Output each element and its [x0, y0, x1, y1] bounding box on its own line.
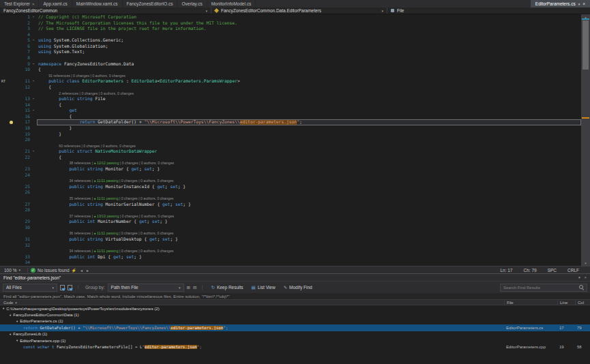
find-toolbar: All Files ▾ Group by: Path then File ▾ ⊞…: [0, 281, 590, 293]
code-editor[interactable]: 1▾// Copyright (c) Microsoft Corporation…: [0, 14, 581, 266]
code-line: 5▾using System.Collections.Generic;: [0, 37, 581, 44]
fold-arrow-icon[interactable]: ▾: [30, 108, 37, 114]
close-icon[interactable]: ×: [585, 275, 587, 279]
code-text: }: [37, 132, 581, 138]
type-name: FancyZonesEditorCommon.Data.EditorParame…: [221, 8, 321, 13]
scope-dropdown[interactable]: All Files ▾: [3, 284, 57, 292]
space-indicator[interactable]: SPC: [548, 268, 557, 273]
fold-arrow-icon[interactable]: ▾: [30, 78, 37, 85]
code-text: [37, 207, 581, 213]
code-line: 22 {: [0, 155, 581, 161]
result-text: ▾C:\Users\zhaopengwang\Desktop\powertoys…: [0, 307, 504, 311]
code-text: return GetDataFolder() + "\\Microsoft\\P…: [37, 119, 581, 125]
keep-results-button[interactable]: ↻ Keep Results: [208, 284, 246, 292]
fold-arrow-icon[interactable]: ▾: [30, 37, 37, 44]
code-line: 13▾ public string File: [0, 96, 581, 102]
tab-monitorinfomodel-cs[interactable]: MonitorInfoModel.cs: [207, 0, 256, 7]
line-number: 9: [18, 61, 30, 67]
result-text: ▾EditorParameters.cs (1): [0, 319, 504, 323]
column-file[interactable]: File: [504, 300, 557, 305]
find-result-line[interactable]: const wchar_t FancyZonesEditorParameters…: [0, 344, 590, 350]
close-icon[interactable]: ×: [32, 2, 35, 6]
project-dropdown[interactable]: FancyZonesEditorCommon ▾: [0, 7, 211, 14]
line-number: 27: [18, 202, 30, 208]
code-line: 6using System.Globalization;: [0, 44, 581, 50]
column-indicator[interactable]: Ch: 79: [523, 268, 536, 273]
result-line: [557, 331, 575, 337]
lightbulb-icon[interactable]: [10, 121, 13, 124]
tab-editorparameters-active[interactable]: EditorParameters.cs ▾ ×: [531, 0, 590, 7]
code-line: 3// See the LICENSE file in the project …: [0, 26, 581, 32]
list-view-label: List View: [258, 285, 276, 290]
open-file-icon[interactable]: [60, 285, 65, 290]
column-code[interactable]: Code ▾: [0, 301, 504, 305]
line-number: 34: [18, 260, 30, 266]
line-number: 16: [18, 114, 30, 120]
expander-icon[interactable]: ▾: [16, 320, 18, 323]
find-panel-titlebar[interactable]: Find "editor-parameters.json" ▾ ×: [0, 274, 590, 281]
fold-arrow-icon[interactable]: ▾: [30, 61, 37, 67]
column-line[interactable]: Line: [557, 300, 575, 305]
code-line: 26: [0, 189, 581, 196]
line-indicator[interactable]: Ln: 17: [500, 268, 512, 273]
type-dropdown[interactable]: FancyZonesEditorCommon.Data.EditorParame…: [211, 7, 387, 14]
line-number: 33: [18, 254, 30, 260]
close-icon[interactable]: ×: [582, 1, 585, 6]
column-col[interactable]: Col: [575, 300, 590, 305]
codelens-row: 60 references | 0 changes | 0 authors, 0…: [0, 143, 581, 149]
fold-arrow-icon[interactable]: ▾: [30, 96, 37, 102]
codelens-row: 91 references | 0 changes | 0 authors, 0…: [0, 73, 581, 79]
list-view-button[interactable]: ▤ List View: [249, 284, 278, 292]
health-label: No issues found: [38, 268, 70, 273]
tab-overlay-cs[interactable]: Overlay.cs: [177, 0, 207, 7]
line-number: 29: [18, 219, 30, 225]
code-text: public string MonitorInstanceId { get; s…: [37, 184, 581, 190]
go-to-location-icon[interactable]: [68, 285, 72, 290]
navigate-forward-icon[interactable]: ▸: [87, 268, 89, 273]
expander-icon[interactable]: ▾: [10, 333, 11, 336]
eol-indicator[interactable]: CRLF: [567, 268, 579, 273]
expander-icon[interactable]: ▾: [10, 314, 11, 317]
tab-app-xaml-cs[interactable]: App.xaml.cs: [39, 0, 72, 7]
codelens-row: 34 references | ● 11/11 passing | 0 chan…: [0, 178, 581, 184]
lightning-icon[interactable]: ⚡: [72, 268, 77, 273]
line-number: 21: [18, 149, 30, 155]
code-text: 34 references | ● 11/11 passing | 0 chan…: [37, 248, 581, 254]
find-result-group[interactable]: ▾FancyZonesEditorCommon\Data (1): [0, 312, 590, 318]
scrollbar-thumb[interactable]: [582, 20, 589, 70]
line-number: 1: [18, 14, 30, 20]
expand-all-icon[interactable]: ⊞: [187, 285, 190, 290]
tab-mainwindow-xaml-cs[interactable]: MainWindow.xaml.cs: [72, 0, 123, 7]
window-position-icon[interactable]: ▾: [578, 275, 580, 279]
search-find-results-box[interactable]: [500, 284, 587, 292]
tab-label: Overlay.cs: [181, 1, 202, 6]
result-text: ▾EditorParameters.cpp (1): [0, 339, 504, 343]
tab-test-explorer[interactable]: Test Explorer×: [0, 0, 39, 7]
modify-find-button[interactable]: ✎ Modify Find: [281, 284, 315, 292]
code-line: 29 public int MonitorNumber { get; set; …: [0, 219, 581, 225]
find-result-group[interactable]: ▾C:\Users\zhaopengwang\Desktop\powertoys…: [0, 305, 590, 312]
zoom-control[interactable]: 100 % ▾: [0, 268, 25, 273]
chevron-down-icon[interactable]: ▾: [578, 2, 580, 6]
expander-icon[interactable]: ▾: [16, 339, 18, 342]
find-result-group[interactable]: ▾EditorParameters.cs (1): [0, 318, 590, 324]
find-result-group[interactable]: ▾FancyZonesLib (1): [0, 331, 590, 337]
scroll-down-icon[interactable]: ▾: [581, 260, 590, 266]
document-health-indicator[interactable]: ✓ No issues found: [31, 268, 70, 273]
collapse-all-icon[interactable]: ⊟: [193, 285, 196, 290]
find-result-group[interactable]: ▾EditorParameters.cpp (1): [0, 337, 590, 344]
navigate-back-icon[interactable]: ◂: [80, 268, 83, 273]
member-dropdown[interactable]: File: [387, 7, 590, 14]
editor-scrollbar[interactable]: ▴ ▾: [581, 14, 590, 266]
code-text: {: [37, 67, 581, 73]
chevron-down-icon: ▾: [381, 9, 383, 13]
divider: [78, 285, 78, 290]
find-result-line[interactable]: return GetDataFolder() + "\\Microsoft\\P…: [0, 324, 590, 331]
search-input[interactable]: [503, 286, 577, 290]
fold-arrow-icon[interactable]: ▾: [30, 14, 37, 20]
code-area: 1▾// Copyright (c) Microsoft Corporation…: [0, 14, 581, 266]
fold-arrow-icon[interactable]: ▾: [30, 149, 37, 155]
expander-icon[interactable]: ▾: [3, 307, 4, 310]
tab-fancyzoneseditorio-cs[interactable]: FancyZonesEditorIO.cs: [123, 0, 178, 7]
group-by-dropdown[interactable]: Path then File ▾: [108, 284, 184, 292]
